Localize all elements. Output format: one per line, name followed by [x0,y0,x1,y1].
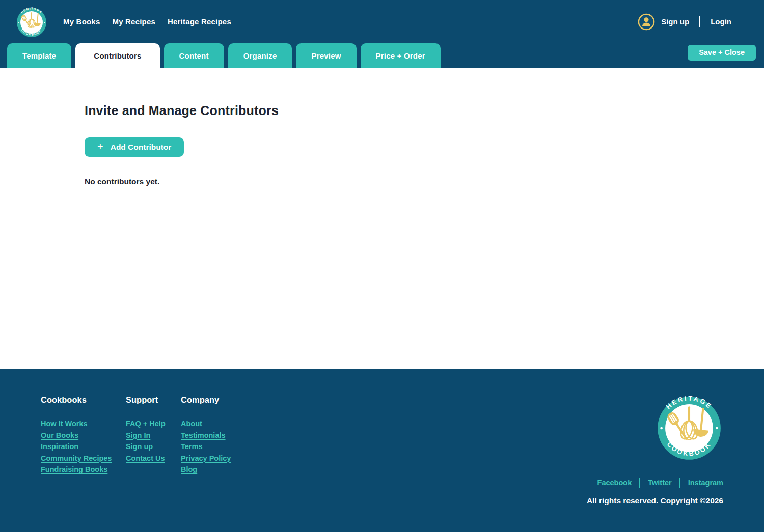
top-bar: My Books My Recipes Heritage Recipes Sig… [0,0,764,68]
footer-col-support: Support FAQ + Help Sign In Sign up Conta… [126,395,181,475]
facebook-link[interactable]: Facebook [597,479,632,487]
footer-col-title: Company [181,395,231,405]
brand-logo-icon[interactable] [16,7,47,38]
footer-link[interactable]: Blog [181,464,197,475]
footer-link[interactable]: Fundraising Books [41,464,107,475]
tab-price-order[interactable]: Price + Order [361,43,441,68]
auth-divider [699,16,700,27]
footer-link[interactable]: How It Works [41,418,88,430]
footer-link[interactable]: Contact Us [126,453,165,464]
nav-my-recipes[interactable]: My Recipes [112,17,155,26]
footer-link[interactable]: Privacy Policy [181,453,231,464]
footer-link[interactable]: Our Books [41,430,78,441]
footer-link[interactable]: About [181,418,202,430]
page-title: Invite and Manage Contributors [85,103,764,118]
add-contributor-label: Add Contributor [111,143,172,152]
footer-col-cookbooks: Cookbooks How It Works Our Books Inspira… [41,395,126,475]
footer-columns: Cookbooks How It Works Our Books Inspira… [41,395,723,475]
nav-row: My Books My Recipes Heritage Recipes Sig… [0,0,764,43]
footer-col-title: Cookbooks [41,395,126,405]
tab-template[interactable]: Template [7,43,71,68]
twitter-link[interactable]: Twitter [648,479,671,487]
footer-col-title: Support [126,395,181,405]
auth-area: Sign up Login [638,13,731,31]
login-link[interactable]: Login [711,17,731,26]
footer-link[interactable]: Terms [181,441,202,453]
empty-state-text: No contributors yet. [85,177,764,186]
footer-brand-logo-icon [657,396,722,461]
social-links: Facebook Twitter Instagram [597,478,723,488]
social-divider [639,478,640,488]
footer-link[interactable]: Testimonials [181,430,226,441]
tab-preview[interactable]: Preview [296,43,356,68]
social-divider [679,478,680,488]
footer-link[interactable]: Sign up [126,441,153,453]
tab-contributors[interactable]: Contributors [75,43,159,68]
footer-link[interactable]: FAQ + Help [126,418,166,430]
tab-content[interactable]: Content [164,43,224,68]
save-close-button[interactable]: Save + Close [688,45,756,61]
contributors-panel: Invite and Manage Contributors + Add Con… [0,68,764,369]
tab-organize[interactable]: Organize [228,43,292,68]
footer-col-company: Company About Testimonials Terms Privacy… [181,395,231,475]
footer-link[interactable]: Inspiration [41,441,78,453]
footer-link[interactable]: Community Recipes [41,453,112,464]
nav-my-books[interactable]: My Books [63,17,100,26]
footer-link[interactable]: Sign In [126,430,150,441]
instagram-link[interactable]: Instagram [688,479,723,487]
footer: Cookbooks How It Works Our Books Inspira… [0,369,764,532]
main-nav: My Books My Recipes Heritage Recipes [63,17,231,26]
signup-link[interactable]: Sign up [661,17,689,26]
copyright-text: All rights reserved. Copyright ©2026 [587,496,723,506]
editor-tab-bar: Template Contributors Content Organize P… [0,43,764,68]
nav-heritage-recipes[interactable]: Heritage Recipes [168,17,231,26]
plus-icon: + [97,142,103,152]
add-contributor-button[interactable]: + Add Contributor [85,137,184,157]
user-avatar-icon[interactable] [638,13,655,31]
